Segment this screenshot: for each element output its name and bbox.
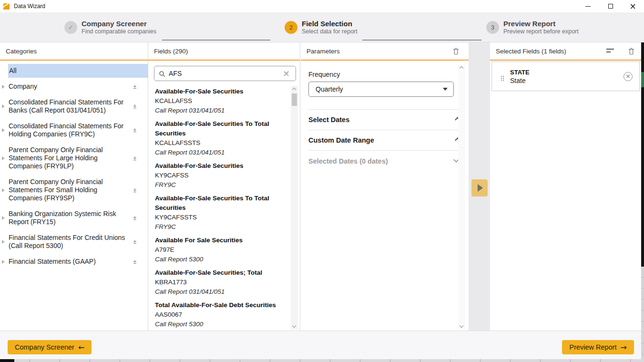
field-source: Call Report 031/041/051 xyxy=(155,287,287,297)
plus-minus-icon[interactable]: ± xyxy=(133,214,136,222)
field-code: KCALLAFSS xyxy=(155,96,287,106)
drag-handle-icon[interactable] xyxy=(501,76,502,77)
category-item-gaap[interactable]: Financial Statements (GAAP) ± xyxy=(0,254,148,269)
field-item[interactable]: Available-For-Sale Securities; Total KBR… xyxy=(155,268,287,297)
field-item[interactable]: Total Available-For-Sale Debt Securities… xyxy=(155,300,287,329)
category-item-company[interactable]: Company ± xyxy=(0,79,148,94)
step-company-screener[interactable]: ✓ Company Screener Find comparable compa… xyxy=(64,12,156,42)
trash-icon xyxy=(453,48,459,55)
plus-minus-icon[interactable]: ± xyxy=(133,126,136,134)
frequency-value: Quarterly xyxy=(316,85,443,93)
step1-check-icon: ✓ xyxy=(64,21,77,34)
section-selected-dates[interactable]: Selected Dates (0 dates) xyxy=(308,151,460,171)
main-content: Categories All Company ± Consolidated Fi… xyxy=(0,42,644,331)
category-item-holding-fry9c[interactable]: Consolidated Financial Statements For Ho… xyxy=(0,118,148,142)
fields-header: Fields (290) xyxy=(148,42,300,61)
step-preview-report[interactable]: 3 Preview Report Preview report before e… xyxy=(486,12,579,42)
maximize-button[interactable] xyxy=(599,0,622,12)
fields-scrollbar[interactable] xyxy=(291,86,298,330)
plus-minus-icon[interactable]: ± xyxy=(133,258,136,266)
field-item[interactable]: Available-For-Sale Securities To Total S… xyxy=(155,194,287,232)
sort-icon xyxy=(606,49,614,53)
category-label: Consolidated Financial Statements For Ba… xyxy=(9,98,127,114)
expander-icon[interactable] xyxy=(2,104,5,108)
parameters-header-row: Parameters xyxy=(301,42,469,61)
scroll-down-icon[interactable] xyxy=(460,324,463,328)
field-name: Available-For-Sale Securities xyxy=(155,87,287,96)
next-preview-report-button[interactable]: Preview Report → xyxy=(562,340,634,354)
close-button[interactable]: × xyxy=(622,0,644,12)
clear-parameters-button[interactable] xyxy=(452,47,460,56)
field-name: Total Available-For-Sale Debt Securities xyxy=(155,300,287,310)
field-source: FRY9C xyxy=(155,180,287,190)
frequency-select[interactable]: Quarterly xyxy=(308,82,454,97)
field-item[interactable]: Available For Sale Securities A797E Call… xyxy=(155,236,287,264)
categories-panel: Categories All Company ± Consolidated Fi… xyxy=(0,42,148,331)
clear-search-icon[interactable]: × xyxy=(282,69,291,78)
field-item[interactable]: Available-For-Sale Securities To Total S… xyxy=(155,119,287,157)
footer-bar: Company Screener ← Preview Report → xyxy=(0,331,644,359)
chevron-down-icon xyxy=(443,88,448,91)
category-item-banks-call-report[interactable]: Consolidated Financial Statements For Ba… xyxy=(0,94,148,118)
parameters-panel: Parameters Frequency Quarterly Select Da… xyxy=(301,42,469,331)
field-code: KY9CAFSS xyxy=(155,171,287,180)
section-select-dates[interactable]: Select Dates xyxy=(308,110,460,130)
expander-icon[interactable] xyxy=(2,216,5,220)
categories-list: All Company ± Consolidated Financial Sta… xyxy=(0,61,148,269)
search-icon xyxy=(159,71,164,76)
expander-icon[interactable] xyxy=(2,128,5,132)
window-title: Data Wizard xyxy=(14,3,45,10)
scrollbar-thumb[interactable] xyxy=(292,93,297,106)
section-custom-date-range[interactable]: Custom Date Range xyxy=(308,130,460,151)
step1-title: Company Screener xyxy=(82,20,156,28)
category-item-small-holding-fry9sp[interactable]: Parent Company Only Financial Statements… xyxy=(0,174,148,206)
expander-icon[interactable] xyxy=(2,85,5,89)
remove-icon: × xyxy=(625,73,630,80)
back-company-screener-button[interactable]: Company Screener ← xyxy=(8,340,92,354)
field-code: A797E xyxy=(155,245,287,255)
expander-icon[interactable] xyxy=(2,188,5,192)
stepper-connector-1 xyxy=(162,40,270,41)
minimize-icon xyxy=(585,6,591,7)
plus-minus-icon[interactable]: ± xyxy=(133,83,136,91)
category-label: Parent Company Only Financial Statements… xyxy=(9,146,127,170)
plus-minus-icon[interactable]: ± xyxy=(133,238,136,246)
step-field-selection[interactable]: 2 Field Selection Select data for report xyxy=(285,12,358,42)
step3-number: 3 xyxy=(486,21,499,34)
scroll-down-icon[interactable] xyxy=(292,324,296,328)
selected-fields-header: Selected Fields (1 fields) xyxy=(496,48,566,55)
expander-icon[interactable] xyxy=(2,240,5,244)
parameters-scrollbar[interactable] xyxy=(458,64,465,330)
field-source: Call Report 031/041/051 xyxy=(155,106,287,115)
scroll-up-icon[interactable] xyxy=(292,88,296,92)
category-item-large-holding-fry9lp[interactable]: Parent Company Only Financial Statements… xyxy=(0,142,148,174)
selected-field-name: State xyxy=(510,76,624,85)
add-field-button[interactable] xyxy=(471,179,488,197)
remove-field-button[interactable]: × xyxy=(624,72,633,81)
sort-fields-button[interactable] xyxy=(605,48,615,54)
field-item[interactable]: Available-For-Sale Securities KCALLAFSS … xyxy=(155,87,287,115)
field-name: Available-For-Sale Securities To Total S… xyxy=(155,194,287,213)
selected-field-code: STATE xyxy=(510,68,624,76)
plus-minus-icon[interactable]: ± xyxy=(133,186,136,195)
frequency-label: Frequency xyxy=(308,71,460,78)
scroll-up-icon[interactable] xyxy=(460,66,463,70)
parameters-header: Parameters xyxy=(307,48,340,55)
expander-icon[interactable] xyxy=(2,156,5,160)
field-search-input[interactable] xyxy=(169,70,282,77)
category-item-fry15[interactable]: Banking Organization Systemic Risk Repor… xyxy=(0,206,148,230)
app-logo-icon xyxy=(3,3,10,10)
category-item-credit-unions[interactable]: Financial Statements For Credit Unions (… xyxy=(0,230,148,254)
back-button-label: Company Screener xyxy=(15,343,74,351)
window-controls: × xyxy=(577,0,644,12)
stepper-connector-2 xyxy=(362,40,481,41)
minimize-button[interactable] xyxy=(577,0,599,12)
selected-field-card[interactable]: STATE State × xyxy=(491,62,640,91)
clear-selected-fields-button[interactable] xyxy=(627,47,635,56)
category-item-all[interactable]: All xyxy=(8,64,148,78)
field-item[interactable]: Available-For-Sale Securities KY9CAFSS F… xyxy=(155,161,287,190)
plus-minus-icon[interactable]: ± xyxy=(133,103,136,111)
plus-minus-icon[interactable]: ± xyxy=(133,155,136,163)
fields-list: Available-For-Sale Securities KCALLAFSS … xyxy=(148,86,300,329)
expander-icon[interactable] xyxy=(2,260,5,264)
